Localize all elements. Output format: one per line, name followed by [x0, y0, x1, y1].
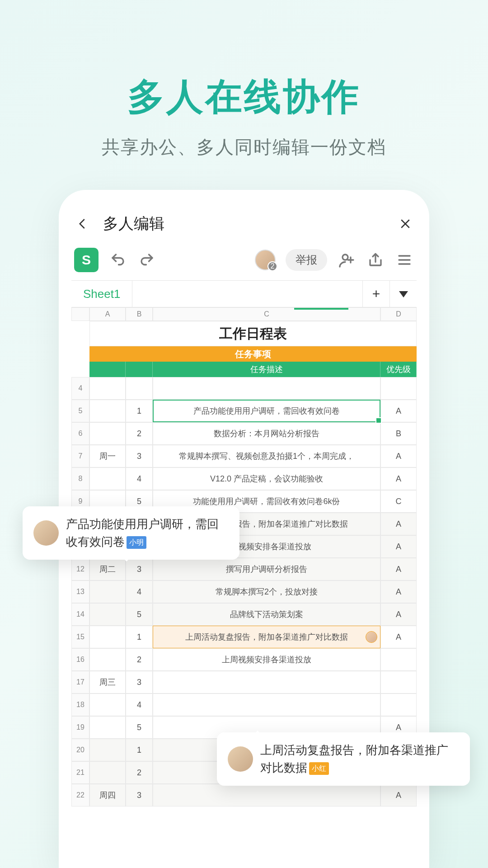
cell-desc[interactable]: 产品功能使用用户调研，需回收有效问卷 [153, 400, 380, 422]
cell-index[interactable]: 4 [126, 580, 153, 603]
cell-index[interactable]: 1 [126, 626, 153, 648]
row-number[interactable]: 22 [71, 784, 89, 807]
cell-index[interactable]: 2 [126, 761, 153, 784]
table-row[interactable]: 184 [71, 693, 417, 716]
cell-desc[interactable] [153, 671, 380, 693]
sheet-tab-active[interactable]: Sheet1 [71, 281, 132, 307]
row-number[interactable]: 5 [71, 400, 89, 422]
row-number[interactable]: 17 [71, 671, 89, 693]
table-row[interactable]: 4 [71, 377, 417, 400]
report-button[interactable]: 举报 [286, 249, 327, 271]
cell-day[interactable] [89, 377, 126, 400]
cell-day[interactable] [89, 400, 126, 422]
cell-day[interactable]: 周一 [89, 445, 126, 467]
row-number[interactable]: 19 [71, 716, 89, 739]
cell-day[interactable] [89, 716, 126, 739]
row-number[interactable]: 12 [71, 558, 89, 580]
cell-index[interactable]: 4 [126, 693, 153, 716]
cell-index[interactable]: 1 [126, 400, 153, 422]
cell-priority[interactable]: A [380, 513, 417, 535]
cell-priority[interactable]: C [380, 490, 417, 513]
cell-priority[interactable] [380, 377, 417, 400]
table-row[interactable]: 145品牌线下活动策划案A [71, 603, 417, 626]
cell-day[interactable]: 周二 [89, 558, 126, 580]
cell-index[interactable]: 4 [126, 467, 153, 490]
row-number[interactable]: 4 [71, 377, 89, 400]
cell-priority[interactable]: A [380, 784, 417, 807]
cell-priority[interactable]: A [380, 467, 417, 490]
table-row[interactable]: 134常规脚本撰写2个，投放对接A [71, 580, 417, 603]
row-number[interactable]: 14 [71, 603, 89, 626]
cell-day[interactable] [89, 648, 126, 671]
table-row[interactable]: 162上周视频安排各渠道投放 [71, 648, 417, 671]
col-header[interactable]: B [126, 307, 153, 321]
table-row[interactable]: 7周一3常规脚本撰写、视频创意及拍摄1个，本周完成，A [71, 445, 417, 467]
cell-priority[interactable] [380, 648, 417, 671]
cell-priority[interactable] [380, 693, 417, 716]
cell-day[interactable] [89, 693, 126, 716]
row-number[interactable]: 15 [71, 626, 89, 648]
row-number[interactable]: 16 [71, 648, 89, 671]
cell-day[interactable] [89, 580, 126, 603]
redo-icon[interactable] [137, 250, 156, 269]
cell-index[interactable]: 2 [126, 648, 153, 671]
select-all-corner[interactable] [71, 307, 89, 321]
cell-index[interactable] [126, 377, 153, 400]
cell-day[interactable] [89, 761, 126, 784]
cell-desc[interactable] [153, 784, 380, 807]
cell-desc[interactable]: 撰写用户调研分析报告 [153, 558, 380, 580]
cell-priority[interactable] [380, 671, 417, 693]
col-header[interactable]: A [89, 307, 126, 321]
table-row[interactable]: 151上周活动复盘报告，附加各渠道推广对比数据A [71, 626, 417, 648]
cell-desc[interactable]: 上周视频安排各渠道投放 [153, 648, 380, 671]
undo-icon[interactable] [108, 250, 127, 269]
col-header[interactable]: D [380, 307, 417, 321]
cell-index[interactable]: 3 [126, 784, 153, 807]
close-icon[interactable] [399, 217, 412, 231]
cell-desc[interactable]: 常规脚本撰写、视频创意及拍摄1个，本周完成， [153, 445, 380, 467]
row-number[interactable]: 7 [71, 445, 89, 467]
row-number[interactable]: 20 [71, 739, 89, 761]
cell-priority[interactable]: A [380, 400, 417, 422]
cell-index[interactable]: 3 [126, 671, 153, 693]
cell-desc[interactable] [153, 693, 380, 716]
collaborator-avatar[interactable]: 2 [255, 250, 276, 270]
back-icon[interactable] [76, 217, 89, 231]
cell-priority[interactable]: B [380, 422, 417, 445]
row-number[interactable]: 6 [71, 422, 89, 445]
row-number[interactable]: 8 [71, 467, 89, 490]
cell-priority[interactable]: A [380, 580, 417, 603]
table-row[interactable]: 51产品功能使用用户调研，需回收有效问卷A [71, 400, 417, 422]
cell-desc[interactable] [153, 377, 380, 400]
row-number[interactable]: 21 [71, 761, 89, 784]
cell-index[interactable]: 3 [126, 445, 153, 467]
col-header[interactable]: C [153, 307, 380, 321]
row-number[interactable]: 13 [71, 580, 89, 603]
row-number[interactable]: 18 [71, 693, 89, 716]
cell-priority[interactable]: A [380, 603, 417, 626]
cell-index[interactable]: 5 [126, 603, 153, 626]
table-row[interactable]: 84V12.0 产品定稿，会议功能验收A [71, 467, 417, 490]
cell-day[interactable] [89, 626, 126, 648]
table-row[interactable]: 62数据分析：本月网站分析报告B [71, 422, 417, 445]
cell-desc[interactable]: 品牌线下活动策划案 [153, 603, 380, 626]
cell-desc[interactable]: 上周活动复盘报告，附加各渠道推广对比数据 [153, 626, 380, 648]
cell-index[interactable]: 1 [126, 739, 153, 761]
cell-priority[interactable]: A [380, 535, 417, 558]
share-icon[interactable] [366, 250, 385, 269]
cell-day[interactable] [89, 422, 126, 445]
table-row[interactable]: 22周四3A [71, 784, 417, 807]
cell-desc[interactable]: 常规脚本撰写2个，投放对接 [153, 580, 380, 603]
table-row[interactable]: 17周三3 [71, 671, 417, 693]
cell-day[interactable]: 周四 [89, 784, 126, 807]
cell-day[interactable] [89, 739, 126, 761]
cell-day[interactable] [89, 603, 126, 626]
cell-day[interactable]: 周三 [89, 671, 126, 693]
cell-day[interactable] [89, 467, 126, 490]
cell-priority[interactable]: A [380, 558, 417, 580]
cell-desc[interactable]: 数据分析：本月网站分析报告 [153, 422, 380, 445]
cell-index[interactable]: 2 [126, 422, 153, 445]
cell-index[interactable]: 5 [126, 716, 153, 739]
menu-icon[interactable] [395, 250, 414, 269]
cell-priority[interactable]: A [380, 626, 417, 648]
